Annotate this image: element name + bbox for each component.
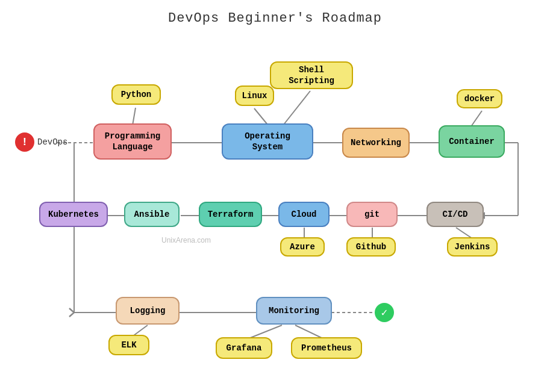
svg-line-8 [254,108,268,125]
node-networking[interactable]: Networking [342,128,410,158]
node-cicd[interactable]: CI/CD [427,202,484,227]
node-prometheus[interactable]: Prometheus [291,337,362,359]
node-shell-scripting[interactable]: Shell Scripting [270,61,353,89]
node-programming-language[interactable]: ProgrammingLanguage [93,123,172,160]
node-terraform[interactable]: Terraform [199,202,262,227]
devops-label: DevOps [37,137,67,147]
node-ansible[interactable]: Ansible [124,202,180,227]
node-cloud[interactable]: Cloud [278,202,330,227]
node-github[interactable]: Github [346,237,396,257]
node-linux[interactable]: Linux [235,86,274,106]
diagram: DevOps Beginner's Roadmap [0,0,550,392]
node-docker[interactable]: docker [457,89,502,108]
node-container[interactable]: Container [439,125,505,158]
check-icon: ✓ [375,303,394,322]
error-icon: ! [15,132,34,152]
page-title: DevOps Beginner's Roadmap [0,0,550,26]
node-logging[interactable]: Logging [116,297,180,325]
node-jenkins[interactable]: Jenkins [447,237,498,257]
svg-line-9 [283,91,310,125]
watermark: UnixArena.com [161,236,211,244]
node-operating-system[interactable]: Operating System [222,123,313,160]
svg-line-11 [133,108,136,125]
node-elk[interactable]: ELK [108,335,149,355]
node-grafana[interactable]: Grafana [216,337,272,359]
node-monitoring[interactable]: Monitoring [256,297,332,325]
svg-line-10 [471,111,482,126]
node-git[interactable]: git [346,202,398,227]
node-kubernetes[interactable]: Kubernetes [39,202,108,227]
node-azure[interactable]: Azure [280,237,325,257]
node-python[interactable]: Python [111,84,161,105]
connection-lines [0,0,550,392]
